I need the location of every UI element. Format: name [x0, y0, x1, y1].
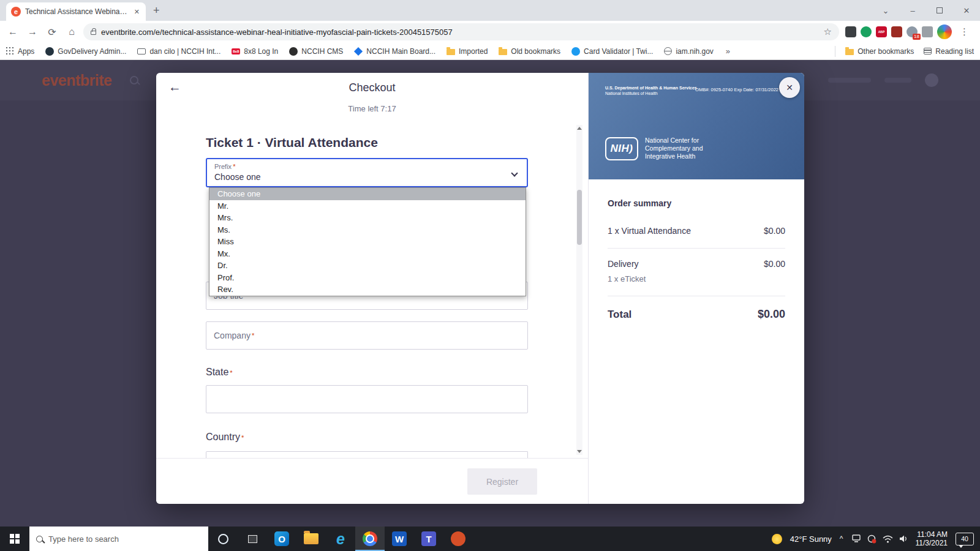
- address-bar[interactable]: eventbrite.com/e/technical-assistance-we…: [83, 23, 839, 40]
- status-tray-icon[interactable]: [867, 534, 876, 544]
- dropdown-option[interactable]: Mx.: [209, 248, 526, 260]
- state-field[interactable]: [206, 385, 528, 413]
- modal-scrollbar[interactable]: [576, 125, 582, 455]
- extension-badge: 18: [913, 34, 921, 40]
- scrollbar-thumb[interactable]: [577, 190, 582, 245]
- bookmark-iam-nih[interactable]: iam.nih.gov: [664, 47, 713, 56]
- scroll-up-icon[interactable]: [577, 127, 582, 130]
- taskbar-app[interactable]: [443, 527, 473, 551]
- bookmark-imported[interactable]: Imported: [447, 47, 488, 56]
- taskbar-search[interactable]: [29, 527, 208, 551]
- bookmarks-overflow-icon[interactable]: »: [726, 47, 730, 56]
- scroll-down-icon[interactable]: [577, 450, 582, 453]
- dropdown-option[interactable]: Mr.: [209, 200, 526, 212]
- cortana-button[interactable]: [208, 527, 238, 551]
- dropdown-option[interactable]: Rev.: [209, 283, 526, 296]
- bookmark-nccih-cms[interactable]: NCCIH CMS: [289, 47, 343, 56]
- dropdown-option[interactable]: Ms.: [209, 224, 526, 236]
- register-button[interactable]: Register: [467, 468, 537, 495]
- prefix-dropdown: Choose one Mr. Mrs. Ms. Miss Mx. Dr. Pro…: [209, 187, 526, 296]
- taskbar-file-explorer[interactable]: [296, 527, 326, 551]
- close-window-button[interactable]: ✕: [953, 0, 980, 21]
- app-icon: [451, 531, 466, 546]
- browser-tabstrip: e Technical Assistance Webinar - H ✕ + ⌄…: [0, 0, 980, 21]
- minimize-button[interactable]: –: [899, 0, 926, 21]
- page-background: eventbrite ← Checkout Time left 7:17 Tic…: [0, 60, 980, 527]
- modal-close-button[interactable]: ✕: [779, 77, 800, 98]
- bookmark-8x8[interactable]: 8x8 8x8 Log In: [232, 47, 278, 56]
- reload-button[interactable]: ⟳: [44, 24, 60, 40]
- taskbar-word[interactable]: W: [385, 527, 414, 551]
- dropdown-option[interactable]: Mrs.: [209, 212, 526, 224]
- weather-text[interactable]: 42°F Sunny: [790, 534, 832, 544]
- browser-tab[interactable]: e Technical Assistance Webinar - H ✕: [6, 2, 146, 21]
- bookmark-nccih-board[interactable]: NCCIH Main Board...: [354, 47, 435, 56]
- prefix-select[interactable]: Prefix* Choose one: [206, 158, 528, 187]
- tab-search-icon[interactable]: ⌄: [872, 0, 899, 21]
- apps-grid-icon: [6, 47, 7, 48]
- start-button[interactable]: [0, 527, 29, 551]
- window-controls: ⌄ – ✕: [872, 0, 980, 21]
- checkout-pane: ← Checkout Time left 7:17 Ticket 1 · Vir…: [156, 73, 588, 504]
- twitter-icon: [571, 47, 580, 56]
- browser-menu-icon[interactable]: ⋮: [956, 26, 973, 37]
- nih-banner: U.S. Department of Health & Human Servic…: [589, 73, 804, 179]
- govdelivery-icon: [45, 47, 54, 56]
- weather-sun-icon[interactable]: [772, 534, 782, 544]
- order-summary-pane: U.S. Department of Health & Human Servic…: [588, 73, 804, 504]
- taskbar-chrome[interactable]: [355, 527, 385, 551]
- divider: [608, 248, 785, 249]
- adblock-plus-icon[interactable]: ABP: [876, 26, 887, 37]
- volume-icon[interactable]: [899, 534, 908, 543]
- home-button[interactable]: ⌂: [64, 24, 80, 40]
- bookmark-dan-cilo[interactable]: dan cilo | NCCIH Int...: [137, 47, 221, 56]
- cortana-icon: [218, 534, 228, 544]
- delivery-label: Delivery: [608, 259, 639, 269]
- search-input[interactable]: [48, 534, 202, 544]
- bookmark-old-bookmarks[interactable]: Old bookmarks: [499, 47, 560, 56]
- line-item-value: $0.00: [764, 226, 785, 236]
- ticket-heading: Ticket 1 · Virtual Attendance: [206, 135, 378, 150]
- dropdown-option[interactable]: Choose one: [209, 188, 526, 200]
- reading-list[interactable]: Reading list: [924, 47, 974, 56]
- company-field[interactable]: Company*: [206, 321, 528, 350]
- taskbar-teams[interactable]: T: [414, 527, 443, 551]
- taskbar-outlook[interactable]: O: [267, 527, 296, 551]
- dropdown-option[interactable]: Dr.: [209, 260, 526, 272]
- required-marker: *: [252, 332, 254, 339]
- extension-icon-4[interactable]: 18: [907, 26, 918, 37]
- clock[interactable]: 11:04 AM 11/3/2021: [916, 530, 948, 547]
- taskbar-internet-explorer[interactable]: e: [326, 527, 355, 551]
- extensions-puzzle-icon[interactable]: [922, 26, 933, 37]
- forward-button[interactable]: →: [24, 24, 40, 40]
- bookmark-card-validator[interactable]: Card Validator | Twi...: [571, 47, 653, 56]
- tray-chevron-icon[interactable]: ^: [840, 534, 843, 543]
- maximize-button[interactable]: [926, 0, 953, 21]
- dropdown-option[interactable]: Prof.: [209, 272, 526, 284]
- extension-icon-3[interactable]: [891, 26, 902, 37]
- agency-line1: U.S. Department of Health & Human Servic…: [605, 85, 697, 91]
- tab-title: Technical Assistance Webinar - H: [25, 7, 129, 16]
- extension-icon-2[interactable]: [861, 26, 872, 37]
- extension-icon-1[interactable]: [845, 26, 856, 37]
- profile-avatar[interactable]: [937, 24, 952, 39]
- bookmark-star-icon[interactable]: ☆: [824, 26, 832, 37]
- bookmark-govdelivery[interactable]: GovDelivery Admin...: [45, 47, 126, 56]
- wifi-icon[interactable]: [883, 535, 893, 543]
- bookmark-apps[interactable]: Apps: [6, 47, 34, 56]
- action-center-button[interactable]: 40: [956, 533, 974, 545]
- order-line-item: 1 x Virtual Attendance $0.00: [608, 226, 785, 236]
- dropdown-option[interactable]: Miss: [209, 236, 526, 248]
- bookmark-label: Old bookmarks: [511, 47, 560, 56]
- other-bookmarks[interactable]: Other bookmarks: [845, 47, 914, 56]
- new-tab-button[interactable]: +: [153, 4, 160, 17]
- back-button[interactable]: ←: [5, 24, 21, 40]
- task-view-button[interactable]: [238, 527, 267, 551]
- prefix-label: Prefix: [214, 163, 232, 170]
- tray-time: 11:04 AM: [916, 530, 948, 539]
- required-marker: *: [230, 369, 232, 377]
- tab-close-icon[interactable]: ✕: [133, 7, 141, 17]
- agency-line2: National Institutes of Health: [605, 91, 697, 96]
- lock-icon: [91, 31, 96, 35]
- pc-tray-icon[interactable]: [851, 534, 861, 543]
